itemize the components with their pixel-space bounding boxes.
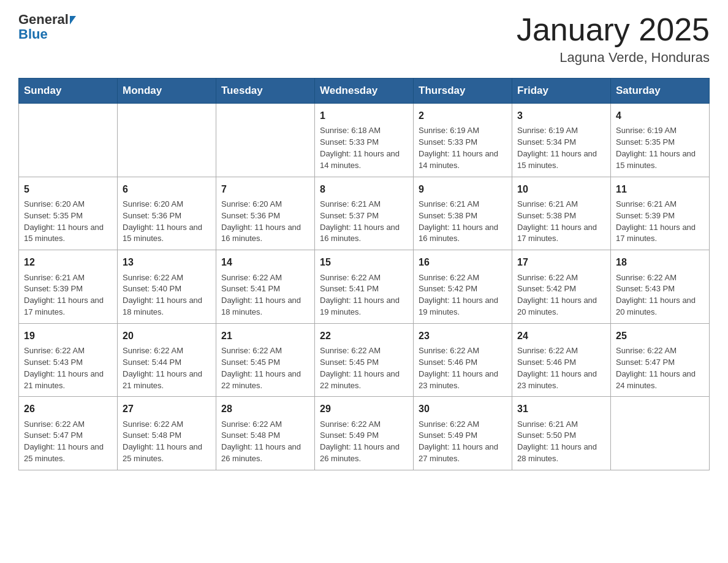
cell-daylight-info: Sunrise: 6:22 AM Sunset: 5:42 PM Dayligh… xyxy=(419,272,507,318)
cell-date-number: 5 xyxy=(24,182,112,196)
cell-date-number: 31 xyxy=(517,402,605,416)
cell-daylight-info: Sunrise: 6:21 AM Sunset: 5:50 PM Dayligh… xyxy=(517,419,605,465)
cell-date-number: 21 xyxy=(221,329,309,343)
location: Laguna Verde, Honduras xyxy=(517,50,710,66)
calendar-cell: 8Sunrise: 6:21 AM Sunset: 5:37 PM Daylig… xyxy=(315,177,414,250)
calendar-cell: 22Sunrise: 6:22 AM Sunset: 5:45 PM Dayli… xyxy=(315,323,414,397)
logo-general-text: General xyxy=(18,12,69,27)
cell-date-number: 13 xyxy=(123,255,211,269)
day-header-wednesday: Wednesday xyxy=(315,79,414,104)
calendar-cell: 10Sunrise: 6:21 AM Sunset: 5:38 PM Dayli… xyxy=(512,177,611,250)
cell-daylight-info: Sunrise: 6:22 AM Sunset: 5:49 PM Dayligh… xyxy=(320,419,408,465)
cell-date-number: 23 xyxy=(419,329,507,343)
cell-date-number: 14 xyxy=(221,255,309,269)
calendar-week-3: 12Sunrise: 6:21 AM Sunset: 5:39 PM Dayli… xyxy=(19,250,710,324)
calendar-cell: 12Sunrise: 6:21 AM Sunset: 5:39 PM Dayli… xyxy=(19,250,118,324)
day-header-tuesday: Tuesday xyxy=(216,79,315,104)
day-header-friday: Friday xyxy=(512,79,611,104)
cell-date-number: 12 xyxy=(24,255,112,269)
calendar-cell: 5Sunrise: 6:20 AM Sunset: 5:35 PM Daylig… xyxy=(19,177,118,250)
cell-daylight-info: Sunrise: 6:22 AM Sunset: 5:43 PM Dayligh… xyxy=(24,345,112,391)
cell-date-number: 27 xyxy=(123,402,211,416)
cell-date-number: 19 xyxy=(24,329,112,343)
calendar-cell: 16Sunrise: 6:22 AM Sunset: 5:42 PM Dayli… xyxy=(414,250,512,324)
calendar-cell xyxy=(19,104,118,177)
cell-daylight-info: Sunrise: 6:21 AM Sunset: 5:38 PM Dayligh… xyxy=(419,199,507,245)
cell-daylight-info: Sunrise: 6:22 AM Sunset: 5:45 PM Dayligh… xyxy=(320,345,408,391)
cell-daylight-info: Sunrise: 6:22 AM Sunset: 5:43 PM Dayligh… xyxy=(616,272,704,318)
cell-daylight-info: Sunrise: 6:22 AM Sunset: 5:45 PM Dayligh… xyxy=(221,345,309,391)
calendar-week-2: 5Sunrise: 6:20 AM Sunset: 5:35 PM Daylig… xyxy=(19,177,710,250)
calendar-cell: 6Sunrise: 6:20 AM Sunset: 5:36 PM Daylig… xyxy=(118,177,216,250)
calendar-cell: 28Sunrise: 6:22 AM Sunset: 5:48 PM Dayli… xyxy=(216,397,315,470)
logo-blue-text: Blue xyxy=(18,27,76,42)
cell-date-number: 28 xyxy=(221,402,309,416)
cell-daylight-info: Sunrise: 6:20 AM Sunset: 5:36 PM Dayligh… xyxy=(221,199,309,245)
cell-daylight-info: Sunrise: 6:22 AM Sunset: 5:46 PM Dayligh… xyxy=(517,345,605,391)
calendar-cell: 24Sunrise: 6:22 AM Sunset: 5:46 PM Dayli… xyxy=(512,323,611,397)
cell-date-number: 15 xyxy=(320,255,408,269)
cell-date-number: 30 xyxy=(419,402,507,416)
calendar-cell: 25Sunrise: 6:22 AM Sunset: 5:47 PM Dayli… xyxy=(611,323,710,397)
title-area: January 2025 Laguna Verde, Honduras xyxy=(517,12,710,66)
cell-date-number: 7 xyxy=(221,182,309,196)
calendar-cell: 13Sunrise: 6:22 AM Sunset: 5:40 PM Dayli… xyxy=(118,250,216,324)
cell-date-number: 10 xyxy=(517,182,605,196)
cell-date-number: 25 xyxy=(616,329,704,343)
cell-date-number: 17 xyxy=(517,255,605,269)
cell-date-number: 20 xyxy=(123,329,211,343)
cell-date-number: 11 xyxy=(616,182,704,196)
cell-date-number: 29 xyxy=(320,402,408,416)
cell-date-number: 1 xyxy=(320,109,408,123)
cell-daylight-info: Sunrise: 6:21 AM Sunset: 5:38 PM Dayligh… xyxy=(517,199,605,245)
calendar-cell xyxy=(118,104,216,177)
calendar-cell: 31Sunrise: 6:21 AM Sunset: 5:50 PM Dayli… xyxy=(512,397,611,470)
calendar-cell: 2Sunrise: 6:19 AM Sunset: 5:33 PM Daylig… xyxy=(414,104,512,177)
cell-daylight-info: Sunrise: 6:22 AM Sunset: 5:41 PM Dayligh… xyxy=(320,272,408,318)
day-header-sunday: Sunday xyxy=(19,79,118,104)
cell-daylight-info: Sunrise: 6:22 AM Sunset: 5:48 PM Dayligh… xyxy=(123,419,211,465)
day-header-saturday: Saturday xyxy=(611,79,710,104)
cell-date-number: 24 xyxy=(517,329,605,343)
calendar-cell: 23Sunrise: 6:22 AM Sunset: 5:46 PM Dayli… xyxy=(414,323,512,397)
day-header-monday: Monday xyxy=(118,79,216,104)
cell-date-number: 18 xyxy=(616,255,704,269)
calendar-cell: 14Sunrise: 6:22 AM Sunset: 5:41 PM Dayli… xyxy=(216,250,315,324)
calendar-cell: 19Sunrise: 6:22 AM Sunset: 5:43 PM Dayli… xyxy=(19,323,118,397)
calendar-cell: 15Sunrise: 6:22 AM Sunset: 5:41 PM Dayli… xyxy=(315,250,414,324)
day-header-thursday: Thursday xyxy=(414,79,512,104)
calendar-cell: 3Sunrise: 6:19 AM Sunset: 5:34 PM Daylig… xyxy=(512,104,611,177)
calendar-cell: 27Sunrise: 6:22 AM Sunset: 5:48 PM Dayli… xyxy=(118,397,216,470)
calendar-cell: 21Sunrise: 6:22 AM Sunset: 5:45 PM Dayli… xyxy=(216,323,315,397)
cell-daylight-info: Sunrise: 6:22 AM Sunset: 5:49 PM Dayligh… xyxy=(419,419,507,465)
cell-date-number: 9 xyxy=(419,182,507,196)
calendar-cell: 1Sunrise: 6:18 AM Sunset: 5:33 PM Daylig… xyxy=(315,104,414,177)
cell-date-number: 6 xyxy=(123,182,211,196)
calendar-cell: 29Sunrise: 6:22 AM Sunset: 5:49 PM Dayli… xyxy=(315,397,414,470)
cell-date-number: 22 xyxy=(320,329,408,343)
calendar-cell: 4Sunrise: 6:19 AM Sunset: 5:35 PM Daylig… xyxy=(611,104,710,177)
calendar-cell: 20Sunrise: 6:22 AM Sunset: 5:44 PM Dayli… xyxy=(118,323,216,397)
cell-daylight-info: Sunrise: 6:20 AM Sunset: 5:35 PM Dayligh… xyxy=(24,199,112,245)
calendar-cell: 9Sunrise: 6:21 AM Sunset: 5:38 PM Daylig… xyxy=(414,177,512,250)
cell-daylight-info: Sunrise: 6:22 AM Sunset: 5:41 PM Dayligh… xyxy=(221,272,309,318)
cell-daylight-info: Sunrise: 6:18 AM Sunset: 5:33 PM Dayligh… xyxy=(320,125,408,171)
cell-daylight-info: Sunrise: 6:22 AM Sunset: 5:47 PM Dayligh… xyxy=(24,419,112,465)
cell-daylight-info: Sunrise: 6:21 AM Sunset: 5:37 PM Dayligh… xyxy=(320,199,408,245)
cell-daylight-info: Sunrise: 6:20 AM Sunset: 5:36 PM Dayligh… xyxy=(123,199,211,245)
cell-date-number: 3 xyxy=(517,109,605,123)
logo-top-line: General xyxy=(18,12,76,27)
calendar-cell: 11Sunrise: 6:21 AM Sunset: 5:39 PM Dayli… xyxy=(611,177,710,250)
calendar-week-1: 1Sunrise: 6:18 AM Sunset: 5:33 PM Daylig… xyxy=(19,104,710,177)
cell-daylight-info: Sunrise: 6:21 AM Sunset: 5:39 PM Dayligh… xyxy=(24,272,112,318)
calendar-cell: 26Sunrise: 6:22 AM Sunset: 5:47 PM Dayli… xyxy=(19,397,118,470)
calendar-week-5: 26Sunrise: 6:22 AM Sunset: 5:47 PM Dayli… xyxy=(19,397,710,470)
logo: General Blue xyxy=(18,12,76,42)
cell-date-number: 4 xyxy=(616,109,704,123)
calendar-week-4: 19Sunrise: 6:22 AM Sunset: 5:43 PM Dayli… xyxy=(19,323,710,397)
cell-daylight-info: Sunrise: 6:22 AM Sunset: 5:48 PM Dayligh… xyxy=(221,419,309,465)
cell-date-number: 8 xyxy=(320,182,408,196)
month-title: January 2025 xyxy=(517,12,710,47)
calendar-header-row: SundayMondayTuesdayWednesdayThursdayFrid… xyxy=(19,79,710,104)
cell-date-number: 2 xyxy=(419,109,507,123)
